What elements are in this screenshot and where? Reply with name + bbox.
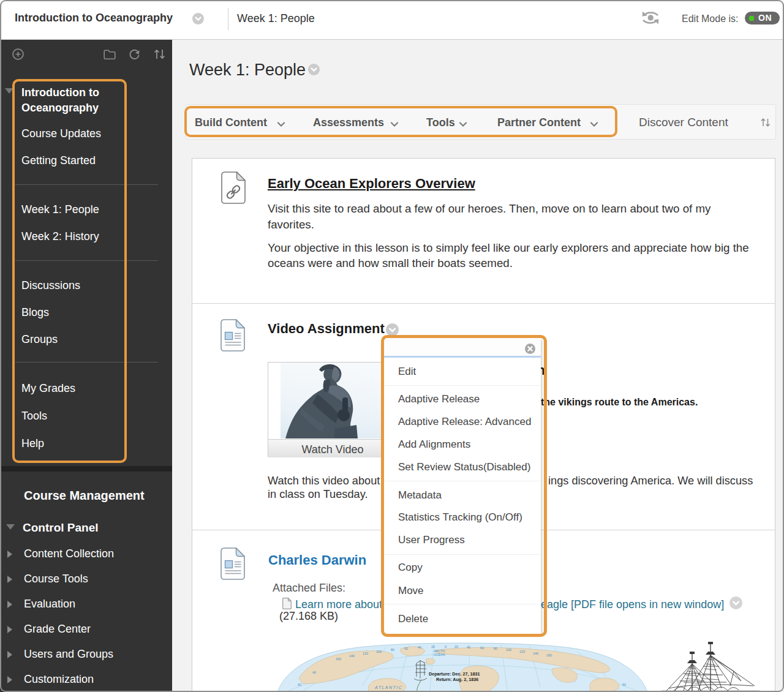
svg-text:Departure: Dec. 27, 1831: Departure: Dec. 27, 1831 — [429, 671, 480, 677]
svg-text:100: 100 — [376, 650, 382, 653]
svg-text:100: 100 — [506, 648, 511, 652]
svg-text:60: 60 — [480, 646, 484, 650]
svg-text:120: 120 — [519, 650, 525, 653]
svg-text:0: 0 — [445, 645, 447, 649]
svg-text:Return: Aug. 2, 1836: Return: Aug. 2, 1836 — [436, 677, 478, 682]
svg-text:80: 80 — [391, 648, 394, 652]
svg-text:60: 60 — [622, 683, 626, 686]
svg-text:60: 60 — [404, 647, 408, 650]
svg-text:140: 140 — [349, 654, 355, 658]
svg-text:ATLANTIC: ATLANTIC — [374, 685, 402, 690]
svg-text:80: 80 — [494, 647, 497, 650]
svg-text:20: 20 — [454, 645, 458, 649]
svg-text:160: 160 — [336, 657, 341, 661]
svg-text:40: 40 — [467, 645, 470, 649]
svg-text:120: 120 — [363, 652, 368, 655]
svg-text:160: 160 — [546, 653, 552, 657]
svg-text:140: 140 — [533, 652, 538, 655]
svg-text:OCEAN: OCEAN — [434, 653, 445, 656]
svg-text:40: 40 — [418, 645, 421, 649]
svg-text:40: 40 — [312, 671, 316, 674]
svg-text:60: 60 — [298, 683, 301, 686]
svg-text:20: 20 — [431, 645, 435, 649]
